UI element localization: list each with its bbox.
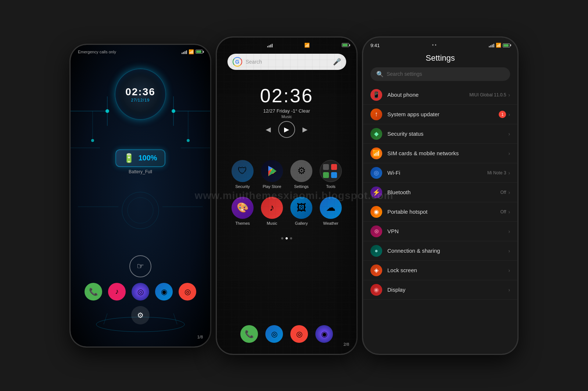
- about-phone-name: About phone: [387, 92, 464, 98]
- music-controls: Music ◀ ▶ ▶: [266, 121, 308, 138]
- sim-chevron: ›: [508, 150, 510, 156]
- hotspot-name: Portable hotspot: [387, 209, 495, 215]
- lockscreen-bg: Emergency calls only 📶: [71, 45, 210, 346]
- settings-list: 📱 About phone MIUI Global 11.0.5 › ↑ Sys…: [363, 85, 517, 354]
- hotspot-chevron: ›: [508, 209, 510, 215]
- settings-status-icons: 📶: [489, 43, 510, 48]
- settings-item-display[interactable]: ◉ Display ›: [363, 280, 517, 300]
- phones-container: Emergency calls only 📶: [0, 0, 588, 391]
- browser-icon[interactable]: ◎: [132, 283, 149, 301]
- wifi-name: Wi-Fi: [387, 170, 482, 176]
- settings-item-lockscreen[interactable]: ◈ Lock screen ›: [363, 261, 517, 280]
- phone-3: 9:41 • • 📶: [363, 38, 517, 354]
- bluetooth-chevron: ›: [508, 189, 510, 195]
- music-label: Music: [282, 114, 292, 119]
- sim-icon: 📶: [370, 147, 382, 159]
- settings-item-hotspot[interactable]: ◉ Portable hotspot Off ›: [363, 202, 517, 222]
- phone-2: 📶 G Search 🎤 02:36 12/27 Friday -1° Clea…: [217, 38, 356, 354]
- cloud-icon[interactable]: ◉: [155, 283, 173, 301]
- settings-item-vpn[interactable]: ⊛ VPN ›: [363, 222, 517, 241]
- phone-1: Emergency calls only 📶: [71, 45, 210, 346]
- lockscreen-bottom: ☞ 📞 ♪ ◎ ◉ ◎ ⚙: [85, 255, 196, 324]
- connection-right: ›: [508, 248, 510, 254]
- settings-shortcut[interactable]: ⚙: [131, 306, 150, 324]
- music-widget: Music ◀ ▶ ▶: [266, 121, 308, 138]
- hotspot-right: Off ›: [501, 209, 510, 215]
- status-icons: 📶: [182, 49, 203, 54]
- display-name: Display: [387, 287, 503, 293]
- settings-item-system-apps[interactable]: ↑ System apps updater 1 ›: [363, 105, 517, 124]
- settings-item-sim[interactable]: 📶 SIM cards & mobile networks ›: [363, 144, 517, 163]
- system-apps-name: System apps updater: [387, 111, 494, 117]
- svg-point-8: [105, 109, 109, 113]
- svg-rect-20: [217, 38, 356, 354]
- svg-point-13: [128, 198, 153, 223]
- settings-item-about[interactable]: 📱 About phone MIUI Global 11.0.5 ›: [363, 85, 517, 105]
- settings-item-bluetooth[interactable]: ⚡ Bluetooth Off ›: [363, 183, 517, 202]
- about-phone-right: MIUI Global 11.0.5 ›: [469, 92, 510, 98]
- search-icon: 🔍: [376, 71, 384, 78]
- update-badge: 1: [499, 111, 506, 118]
- phone-1-screen: Emergency calls only 📶: [71, 45, 210, 346]
- system-apps-icon: ↑: [370, 109, 382, 120]
- about-phone-icon: 📱: [370, 89, 382, 101]
- settings-search-bar[interactable]: 🔍 Search settings: [370, 67, 510, 81]
- svg-point-11: [187, 139, 190, 142]
- settings-title: Settings: [426, 53, 455, 63]
- clock-date: 27/12/19: [125, 98, 155, 102]
- battery-icon: [196, 50, 203, 54]
- lockscreen-name: Lock screen: [387, 267, 503, 273]
- lockscreen-chevron: ›: [508, 267, 510, 273]
- bluetooth-right: Off ›: [501, 189, 510, 195]
- vpn-chevron: ›: [508, 228, 510, 234]
- svg-point-9: [172, 109, 175, 113]
- dock-cam[interactable]: ◉: [315, 325, 333, 343]
- settings-item-connection[interactable]: ● Connection & sharing ›: [363, 241, 517, 261]
- s-wifi-icon: 📶: [496, 43, 501, 48]
- lockscreen-text: Lock screen: [387, 267, 503, 273]
- h-battery-icon: [342, 43, 349, 47]
- settings-item-security-status[interactable]: ◆ Security status ›: [363, 124, 517, 144]
- about-phone-text: About phone: [387, 92, 464, 98]
- settings-bg: 9:41 • • 📶: [363, 38, 517, 354]
- wifi-right: Mi Note 3 ›: [487, 170, 510, 176]
- social-icon[interactable]: ◎: [179, 283, 196, 301]
- phone-app-icon[interactable]: 📞: [85, 283, 102, 301]
- battery-widget: 🔋 100% Battery_Full: [115, 149, 165, 174]
- analog-clock: 02:36 27/12/19: [115, 68, 166, 120]
- dock-phone[interactable]: 📞: [240, 325, 258, 343]
- phone-3-screen: 9:41 • • 📶: [363, 38, 517, 354]
- next-button[interactable]: ▶: [302, 125, 308, 134]
- play-button[interactable]: ▶: [278, 121, 295, 138]
- digital-time: 02:36 27/12/19: [125, 86, 155, 102]
- clock-time: 02:36: [125, 86, 155, 98]
- svg-point-12: [122, 192, 159, 229]
- settings-status-extra: • •: [432, 43, 437, 48]
- unlock-button[interactable]: ☞: [129, 255, 151, 277]
- display-right: ›: [508, 287, 510, 293]
- music-app-icon[interactable]: ♪: [108, 283, 126, 301]
- security-status-text: Security status: [387, 131, 503, 137]
- wifi-value: Mi Note 3: [487, 170, 506, 175]
- connection-text: Connection & sharing: [387, 248, 503, 254]
- emergency-text: Emergency calls only: [78, 50, 116, 54]
- dock-social[interactable]: ◎: [290, 325, 308, 343]
- phone-2-screen: 📶 G Search 🎤 02:36 12/27 Friday -1° Clea…: [217, 38, 356, 354]
- display-chevron: ›: [508, 287, 510, 293]
- lockscreen-status-bar: Emergency calls only 📶: [71, 45, 210, 57]
- hotspot-icon: ◉: [370, 206, 382, 218]
- settings-item-wifi[interactable]: ◎ Wi-Fi Mi Note 3 ›: [363, 163, 517, 183]
- lockscreen-icon: ◈: [370, 264, 382, 276]
- wifi-icon: 📶: [189, 49, 194, 54]
- wifi-chevron: ›: [508, 170, 510, 176]
- bluetooth-name: Bluetooth: [387, 189, 495, 195]
- s-signal-icon: [489, 43, 494, 47]
- vpn-icon: ⊛: [370, 225, 382, 237]
- vpn-text: VPN: [387, 228, 503, 234]
- page-indicator-1: 1/8: [197, 335, 203, 339]
- dock-icons: 📞 ♪ ◎ ◉ ◎: [85, 283, 196, 301]
- dock-browser[interactable]: ◎: [265, 325, 283, 343]
- prev-button[interactable]: ◀: [266, 125, 271, 134]
- system-chevron: ›: [508, 111, 510, 117]
- battery-visual: 🔋 100%: [115, 149, 165, 167]
